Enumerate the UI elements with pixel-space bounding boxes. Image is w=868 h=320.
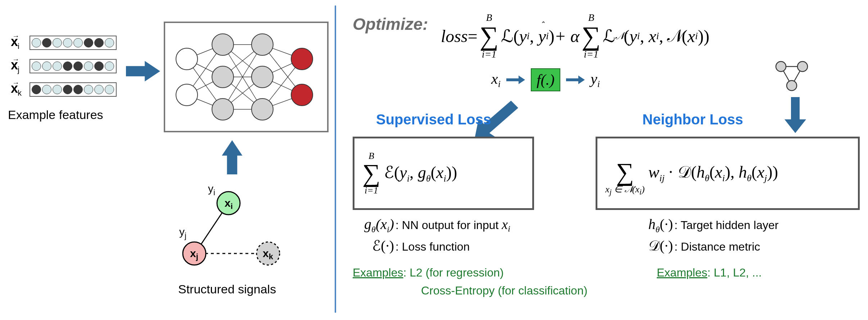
optimize-label: Optimize: xyxy=(353,14,428,34)
neighbor-loss-title: Neighbor Loss xyxy=(642,111,743,128)
feature-vector-xj: → xj xyxy=(11,58,117,74)
function-flow: xi f(.) yi xyxy=(491,68,600,91)
right-panel: Optimize: loss = B ∑ i=1 ℒ(yi, ˆyi) + α … xyxy=(333,0,865,320)
svg-point-22 xyxy=(176,84,198,106)
feature-vector-xi: → xi xyxy=(11,34,117,51)
supervised-loss-formula: B ∑ i=1 ℰ(yi, gθ(xi)) xyxy=(353,137,534,210)
svg-point-21 xyxy=(176,48,198,70)
function-box: f(.) xyxy=(531,68,560,91)
svg-point-46 xyxy=(787,81,797,91)
svg-point-27 xyxy=(252,66,273,88)
example-features-caption: Example features xyxy=(8,108,103,122)
svg-point-30 xyxy=(291,84,313,106)
feature-vectors: → xi → xj → xk xyxy=(11,34,117,105)
svg-point-44 xyxy=(776,61,786,72)
feature-vector-label-xi: → xi xyxy=(11,34,30,51)
supervised-definitions: gθ(xi) : NN output for input xi ℰ(·) : L… xyxy=(344,216,510,257)
neighbor-loss-formula: ∑ xj ∈ 𝒩(xi) wij · 𝒟(hθ(xi), hθ(xj)) xyxy=(596,137,860,210)
feature-vector-box xyxy=(30,59,117,73)
supervised-loss-title: Supervised Loss xyxy=(376,111,491,128)
mini-graph-icon xyxy=(772,58,812,93)
arrow-right-icon xyxy=(566,76,585,84)
supervised-examples-1: Examples: L2 (for regression) xyxy=(353,266,504,279)
neighbor-definitions: hθ(·) : Target hidden layer 𝒟(·) : Dista… xyxy=(623,216,778,257)
feature-vector-box xyxy=(30,82,117,97)
arrow-right-icon xyxy=(126,60,160,82)
neural-network-diagram xyxy=(164,22,329,132)
svg-point-23 xyxy=(212,34,234,55)
feature-vector-xk: → xk xyxy=(11,81,117,98)
structured-signals-graph: yi xi yj xj xk xyxy=(173,182,291,275)
svg-point-24 xyxy=(212,66,234,88)
svg-point-29 xyxy=(291,48,313,70)
supervised-examples-2: Cross-Entropy (for classification) xyxy=(421,284,587,297)
svg-point-26 xyxy=(252,34,273,55)
loss-equation: loss = B ∑ i=1 ℒ(yi, ˆyi) + α B ∑ i=1 ℒ𝒩… xyxy=(441,4,709,68)
feature-vector-label-xk: → xk xyxy=(11,81,30,98)
left-panel: → xi → xj → xk xyxy=(0,0,333,320)
svg-point-25 xyxy=(212,99,234,120)
arrow-down-icon xyxy=(785,97,806,133)
feature-vector-label-xj: → xj xyxy=(11,58,30,74)
feature-vector-box xyxy=(30,36,117,50)
structured-signals-caption: Structured signals xyxy=(178,282,276,296)
neighbor-examples: Examples: L1, L2, ... xyxy=(657,266,762,279)
svg-point-45 xyxy=(797,61,808,72)
arrow-up-icon xyxy=(221,140,243,174)
svg-point-28 xyxy=(252,99,273,120)
arrow-right-icon xyxy=(506,76,525,84)
svg-text:yj: yj xyxy=(179,226,186,240)
svg-text:yi: yi xyxy=(208,183,215,197)
